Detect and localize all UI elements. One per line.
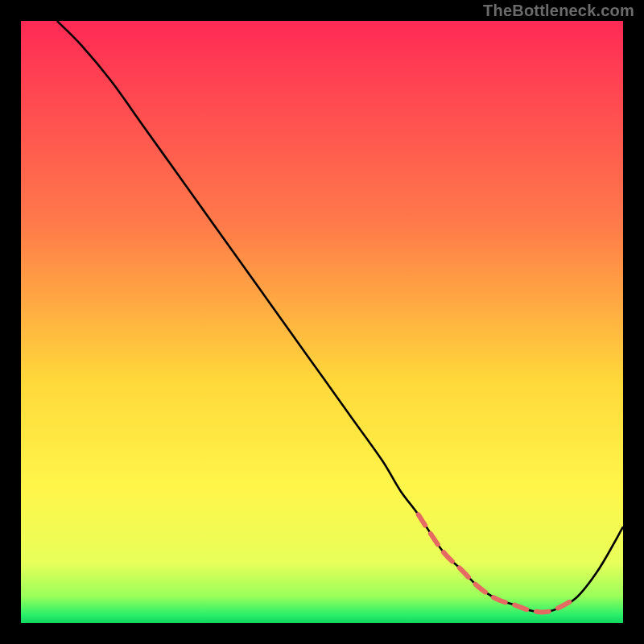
watermark-text: TheBottleneck.com	[483, 2, 634, 20]
chart-frame: TheBottleneck.com	[0, 0, 644, 644]
gradient-background	[21, 21, 623, 623]
chart-svg	[21, 21, 623, 623]
plot-area	[21, 21, 623, 623]
